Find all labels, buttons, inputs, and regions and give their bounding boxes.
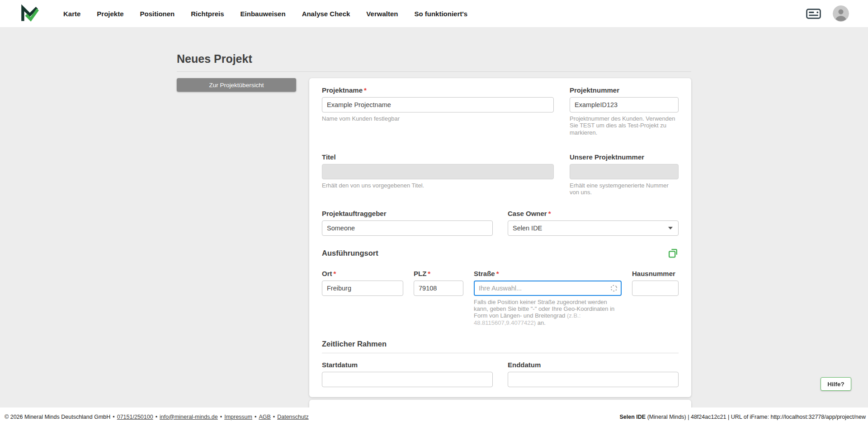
ort-label: Ort*	[322, 270, 403, 277]
footer-link-impressum[interactable]: Impressum	[224, 414, 252, 420]
plz-label: PLZ*	[414, 270, 463, 277]
footer-separator: •	[156, 414, 157, 420]
plz-input[interactable]	[414, 281, 463, 296]
footer-link-phone[interactable]: 07151/250100	[117, 414, 153, 420]
strasse-label-text: Straße	[474, 270, 495, 277]
unsere-projektnummer-input	[570, 164, 679, 179]
startdatum-label: Startdatum	[322, 361, 493, 369]
hausnummer-label: Hausnummer	[632, 270, 679, 277]
logo-mark-icon	[20, 4, 40, 23]
ausfuehrungsort-title: Ausführungsort	[322, 249, 378, 257]
footer-separator: •	[220, 414, 222, 420]
titel-helper: Erhält den von uns vorgegebenen Titel.	[322, 182, 554, 189]
field-case-owner: Case Owner* Selen IDE	[508, 210, 679, 236]
projektnummer-label: Projektnummer	[570, 86, 679, 94]
mineral-minds-logo[interactable]	[20, 3, 41, 24]
field-ort: Ort*	[322, 270, 403, 326]
field-enddatum: Enddatum	[508, 361, 679, 387]
section-ausfuehrungsort-header: Ausführungsort	[322, 248, 679, 259]
case-owner-label-text: Case Owner	[508, 210, 547, 217]
row-titel-unsere-projektnummer: Titel Erhält den von uns vorgegebenen Ti…	[322, 153, 679, 196]
user-avatar[interactable]	[833, 5, 849, 22]
field-plz: PLZ*	[414, 270, 463, 326]
required-marker: *	[428, 270, 430, 277]
footer-link-datenschutz[interactable]: Datenschutz	[277, 414, 308, 420]
field-startdatum: Startdatum	[322, 361, 493, 387]
enddatum-label: Enddatum	[508, 361, 679, 369]
top-navigation-bar: Karte Projekte Positionen Richtpreis Ein…	[0, 0, 868, 27]
strasse-input-wrap	[474, 281, 622, 296]
ort-input[interactable]	[322, 281, 403, 296]
project-form-card: Projektname* Name vom Kunden festlegbar …	[309, 78, 691, 397]
main-content: Neues Projekt Zur Projektübersicht Proje…	[177, 27, 691, 397]
nav-item-einbauweisen[interactable]: Einbauweisen	[241, 10, 286, 18]
nav-item-analyse-check[interactable]: Analyse Check	[302, 10, 350, 18]
field-hausnummer: Hausnummer	[632, 270, 679, 326]
main-nav: Karte Projekte Positionen Richtpreis Ein…	[63, 10, 467, 18]
projektname-helper: Name vom Kunden festlegbar	[322, 115, 554, 122]
strasse-helper: Falls die Position keiner Straße zugeord…	[474, 299, 622, 326]
required-marker: *	[548, 210, 551, 217]
footer-session-info: Selen IDE (Mineral Minds) | 48f24ac12c21…	[619, 414, 866, 420]
footer-separator: •	[255, 414, 256, 420]
case-owner-selected-value: Selen IDE	[513, 225, 542, 232]
footer-left: © 2026 Mineral Minds Deutschland GmbH • …	[5, 414, 309, 420]
unsere-projektnummer-label: Unsere Projektnummer	[570, 153, 679, 161]
projektname-input[interactable]	[322, 97, 554, 112]
page-title: Neues Projekt	[177, 52, 691, 66]
titel-input	[322, 164, 554, 179]
projektnummer-input[interactable]	[570, 97, 679, 112]
case-owner-select[interactable]: Selen IDE	[508, 220, 679, 236]
row-auftraggeber-caseowner: Projektauftraggeber Case Owner* Selen ID…	[322, 210, 679, 236]
nav-item-karte[interactable]: Karte	[63, 10, 80, 18]
chevron-down-icon	[668, 227, 673, 229]
nav-item-richtpreis[interactable]: Richtpreis	[191, 10, 224, 18]
help-button[interactable]: Hilfe?	[821, 377, 851, 391]
zeitlicher-rahmen-divider	[322, 353, 679, 353]
zeitlicher-rahmen-title: Zeitlicher Rahmen	[322, 340, 387, 348]
server-icon[interactable]	[806, 8, 821, 20]
footer: © 2026 Mineral Minds Deutschland GmbH • …	[0, 407, 868, 426]
projektnummer-helper: Projektnummer des Kunden. Verwenden Sie …	[570, 115, 679, 136]
topbar-right	[806, 5, 849, 22]
person-icon	[833, 5, 849, 22]
plz-label-text: PLZ	[414, 270, 426, 277]
nav-item-projekte[interactable]: Projekte	[97, 10, 123, 18]
enddatum-input[interactable]	[508, 372, 679, 387]
hausnummer-input[interactable]	[632, 281, 679, 296]
session-user: Selen IDE	[619, 414, 646, 420]
strasse-label: Straße*	[474, 270, 622, 277]
field-projektnummer: Projektnummer Projektnummer des Kunden. …	[570, 86, 679, 136]
field-unsere-projektnummer: Unsere Projektnummer Erhält eine systemg…	[570, 153, 679, 196]
title-divider	[177, 71, 691, 72]
row-address: Ort* PLZ* Straße*	[322, 270, 679, 326]
row-projektname-projektnummer: Projektname* Name vom Kunden festlegbar …	[322, 86, 679, 136]
left-column: Zur Projektübersicht	[177, 78, 296, 92]
field-titel: Titel Erhält den von uns vorgegebenen Ti…	[322, 153, 554, 196]
required-marker: *	[334, 270, 336, 277]
projektauftraggeber-input[interactable]	[322, 220, 493, 236]
row-dates: Startdatum Enddatum	[322, 361, 679, 387]
nav-item-verwalten[interactable]: Verwalten	[366, 10, 398, 18]
strasse-input[interactable]	[474, 281, 622, 296]
back-to-projects-button[interactable]: Zur Projektübersicht	[177, 78, 296, 92]
projektauftraggeber-label: Projektauftraggeber	[322, 210, 493, 217]
nav-item-so-funktionierts[interactable]: So funktioniert's	[414, 10, 467, 18]
field-projektname: Projektname* Name vom Kunden festlegbar	[322, 86, 554, 136]
footer-link-agb[interactable]: AGB	[259, 414, 270, 420]
startdatum-input[interactable]	[322, 372, 493, 387]
field-strasse: Straße* Falls die Position keiner Straße…	[474, 270, 622, 326]
footer-separator: •	[273, 414, 275, 420]
section-zeitlicher-rahmen-header: Zeitlicher Rahmen	[322, 340, 679, 348]
unsere-projektnummer-helper: Erhält eine systemgenerierte Nummer von …	[570, 182, 679, 196]
copy-icon[interactable]	[667, 248, 679, 259]
nav-item-positionen[interactable]: Positionen	[140, 10, 175, 18]
projektname-label: Projektname*	[322, 86, 554, 94]
required-marker: *	[364, 86, 367, 94]
footer-link-email[interactable]: info@mineral-minds.de	[160, 414, 218, 420]
ort-label-text: Ort	[322, 270, 332, 277]
required-marker: *	[496, 270, 499, 277]
content-row: Zur Projektübersicht Projektname* Name v…	[177, 78, 691, 397]
strasse-helper-suffix: an.	[536, 319, 546, 326]
footer-separator: •	[113, 414, 114, 420]
